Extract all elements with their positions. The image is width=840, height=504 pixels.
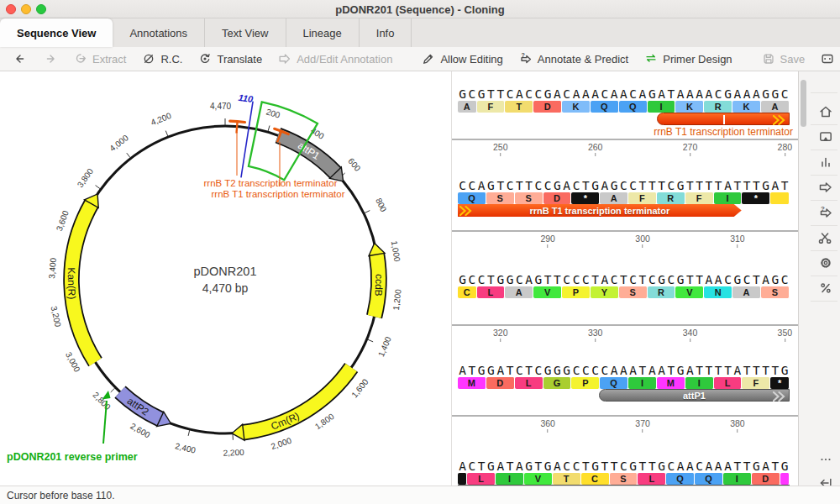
gear-icon[interactable]	[811, 253, 840, 273]
feature-bar-rrnB-T1-transcription-terminator[interactable]: rrnB T1 transcription terminator	[458, 204, 742, 217]
feature-bar-attP1[interactable]: attP1	[599, 389, 790, 402]
plasmid-map-panel[interactable]: 2004006008001,0001,2001,4001,6001,8002,0…	[0, 71, 452, 486]
amino-acid-F: F	[628, 192, 657, 204]
map-tick-label: 2,600	[129, 422, 152, 440]
terminator-symbol-stem[interactable]	[237, 122, 238, 134]
annotate-predict-button[interactable]: ?Annotate & Predict	[512, 49, 634, 69]
ruler-tick-290: 290	[540, 234, 555, 248]
amino-acid-N: N	[704, 286, 732, 298]
map-tick	[165, 131, 168, 137]
percent-icon[interactable]	[811, 278, 840, 298]
r-c--button[interactable]: R.C.	[135, 49, 188, 69]
cursor-label: 110	[238, 92, 255, 104]
amino-acid-I: I	[496, 473, 524, 485]
amino-acid-M: M	[458, 377, 486, 389]
ruler-line	[452, 139, 798, 140]
ellipsis-icon[interactable]	[811, 449, 840, 470]
amino-acid-I: I	[723, 473, 752, 485]
ruler-tick-320: 320	[493, 328, 508, 342]
amino-acid-R: R	[704, 101, 732, 113]
amino-acid-C: C	[581, 473, 610, 485]
map-tick-label: 3,200	[50, 305, 63, 328]
feature-bar-rrnB-T1-transcription-terminator[interactable]	[657, 113, 790, 125]
map-tick-label: 1,400	[376, 335, 393, 359]
app-window: pDONR201 (Sequence) - Cloning Sequence V…	[0, 0, 840, 504]
dna-row[interactable]: GCCTGGCAGTTCCCTACTCTCGCGTTAACGCTAGC	[458, 273, 790, 286]
map-origin-label: 4,470	[210, 102, 231, 111]
plasmid-map[interactable]: 2004006008001,0001,2001,4001,6001,8002,0…	[0, 71, 452, 486]
home-icon[interactable]	[811, 102, 840, 122]
amino-acid-I: I	[685, 377, 714, 389]
map-tick-label: 3,400	[47, 257, 58, 279]
plasmid-name: pDONR201	[194, 265, 257, 278]
ruler-tick-360: 360	[540, 418, 555, 433]
side-toolbar: ?	[798, 71, 840, 486]
amino-acid-L: L	[638, 473, 666, 485]
scrollbar-thumb[interactable]	[801, 80, 806, 127]
allow-editing-label: Allow Editing	[440, 53, 502, 66]
map-tick	[368, 339, 373, 342]
map-tick-label: 4,000	[108, 133, 130, 153]
sequence-block-351: ATGGATCTCGGGCCCCAAATAATGATTTTATTTTGMDLGP…	[458, 364, 790, 456]
ruler: 250260270280	[458, 139, 790, 155]
map-tick-label: 4,200	[150, 111, 173, 128]
translate-button[interactable]: Translate	[192, 49, 268, 69]
dna-row[interactable]: CCAGTCTTCCGACTGAGCCTTTCGTTTTATTTGAT	[458, 179, 790, 192]
strip-separator	[811, 250, 837, 251]
amino-acid-partial	[780, 473, 790, 485]
allow-editing-button[interactable]: Allow Editing	[415, 49, 508, 69]
tab-text-view[interactable]: Text View	[205, 18, 286, 47]
r-c--label: R.C.	[160, 53, 182, 66]
title-bar: pDONR201 (Sequence) - Cloning	[0, 0, 840, 18]
dna-row[interactable]: ACTGATAGTGACCTGTTCGTTGCAACAAATTGATG	[458, 459, 790, 473]
status-text: Cursor before base 110.	[7, 490, 115, 501]
feature-label-tick	[723, 115, 725, 124]
tab-sequence-view[interactable]: Sequence View	[0, 18, 113, 47]
ruler-tick-270: 270	[683, 142, 698, 156]
primer-icon	[643, 51, 659, 66]
amino-acid-A: A	[505, 286, 533, 298]
translation-row: CLAVPYSRVNAS	[458, 286, 790, 298]
back-button[interactable]	[7, 49, 34, 69]
tab-annotations[interactable]: Annotations	[113, 18, 205, 47]
tab-info[interactable]: Info	[360, 18, 412, 47]
strip-separator	[811, 225, 837, 226]
window-title: pDONR201 (Sequence) - Cloning	[0, 3, 840, 16]
annotate-predict-icon[interactable]: ?	[811, 202, 840, 223]
amino-acid-V: V	[524, 473, 553, 485]
panel-toggle-button[interactable]	[814, 49, 840, 69]
sequence-panel[interactable]: GCGTTCACCGACAAACAACAGATAAAACGAAAGGCAFTDK…	[452, 71, 798, 486]
amino-acid-D: D	[752, 473, 780, 485]
scissors-icon[interactable]	[811, 228, 840, 248]
bar-chart-icon[interactable]	[811, 152, 840, 172]
amino-acid-P: P	[571, 377, 600, 389]
status-bar: Cursor before base 110.	[0, 486, 840, 504]
extract-icon	[73, 51, 88, 66]
amino-acid-D: D	[543, 192, 572, 204]
map-tick-label: 600	[346, 156, 363, 173]
primer-design-button[interactable]: Primer Design	[638, 49, 738, 69]
amino-acid-P: P	[562, 286, 591, 298]
save-icon	[761, 51, 776, 66]
map-tick	[96, 186, 101, 189]
translation-row: AFTDKQQIKRKA	[458, 101, 790, 113]
amino-acid-S: S	[486, 192, 515, 204]
sequence-block-316: GCCTGGCAGTTCCCTACTCTCGCGTTAACGCTAGCCLAVP…	[458, 273, 790, 365]
map-tick-label: 1,800	[313, 412, 336, 432]
map-tick-label: 2,200	[223, 448, 244, 458]
tab-lineage[interactable]: Lineage	[286, 18, 360, 47]
amino-acid-D: D	[486, 377, 515, 389]
rc-icon	[141, 51, 156, 66]
dna-row[interactable]: GCGTTCACCGACAAACAACAGATAAAACGAAAGGC	[458, 87, 790, 101]
dna-row[interactable]: ATGGATCTCGGGCCCCAAATAATGATTTTATTTTG	[458, 364, 790, 377]
amino-acid-Q: Q	[666, 473, 695, 485]
arrow-right-icon[interactable]	[811, 177, 840, 197]
map-tick-label: 200	[265, 107, 282, 119]
amino-acid-Q: Q	[695, 473, 723, 485]
translation-row: QSSD*AFRFI*	[458, 192, 790, 204]
map-tick	[365, 211, 370, 213]
feature-tip-Cm(R)	[232, 424, 244, 440]
monitor-icon[interactable]	[811, 127, 840, 147]
amino-acid-S: S	[619, 286, 648, 298]
sequence-area[interactable]: GCGTTCACCGACAAACAACAGATAAAACGAAAGGCAFTDK…	[458, 71, 790, 486]
